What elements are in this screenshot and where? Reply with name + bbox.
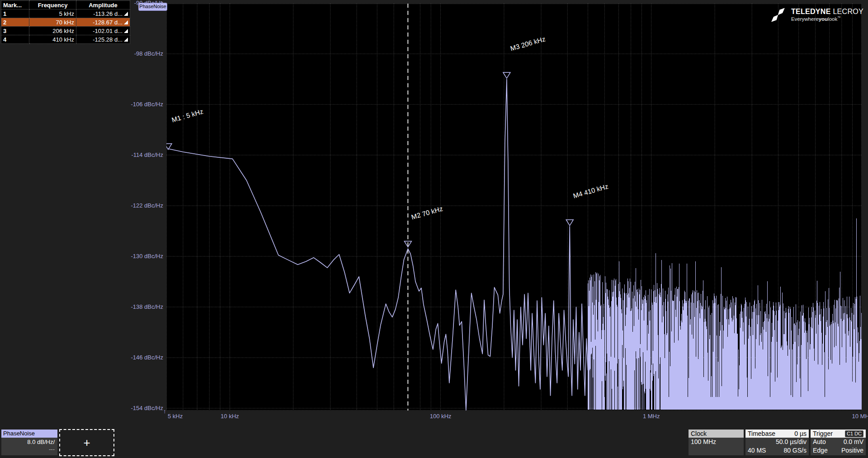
clip-indicator-bottom-icon: ↑ bbox=[163, 408, 166, 414]
marker-frequency[interactable]: 206 kHz bbox=[29, 27, 76, 35]
timebase-per-div: 50.0 µs/div bbox=[776, 438, 807, 446]
x-axis-label: 5 kHz bbox=[168, 413, 183, 420]
teledyne-lecroy-logo: TELEDYNE LECROY Everywhereyoulook™ bbox=[769, 5, 863, 25]
marker-number[interactable]: 2 bbox=[1, 18, 29, 27]
clock-status-box[interactable]: Clock 100 MHz bbox=[689, 430, 744, 455]
plus-icon: + bbox=[83, 436, 90, 450]
y-axis-label: -122 dBc/Hz bbox=[0, 202, 163, 210]
expand-corner-icon bbox=[124, 12, 128, 16]
expand-corner-icon bbox=[124, 29, 128, 33]
trademark: ™ bbox=[837, 16, 840, 19]
tagline-pre: Everywhere bbox=[791, 16, 819, 22]
tab-phasenoise[interactable]: PhaseNoise bbox=[138, 3, 167, 11]
y-axis-label: -114 dBc/Hz bbox=[0, 151, 163, 159]
marker-number[interactable]: 1 bbox=[1, 9, 29, 18]
trace-descriptor-title[interactable]: PhaseNoise bbox=[1, 430, 57, 438]
tagline-post: look bbox=[828, 16, 837, 22]
timebase-samplerate: 80 GS/s bbox=[783, 446, 807, 455]
trigger-source-badge: C1 DC bbox=[845, 430, 863, 437]
table-row[interactable]: 1 5 kHz -113.26 d... bbox=[1, 9, 130, 18]
y-axis-label: -146 dBc/Hz bbox=[0, 354, 163, 362]
y-axis-label: -106 dBc/Hz bbox=[0, 100, 163, 109]
trigger-mode: Auto bbox=[813, 438, 826, 446]
y-axis-label: -130 dBc/Hz bbox=[0, 252, 163, 260]
y-axis-label: -138 dBc/Hz bbox=[0, 303, 163, 311]
phase-noise-trace bbox=[168, 79, 588, 410]
brand-teledyne: TELEDYNE bbox=[791, 8, 831, 15]
add-trace-button[interactable]: + bbox=[59, 429, 114, 456]
table-row[interactable]: 3 206 kHz -102.01 d... bbox=[1, 27, 130, 35]
clock-frequency: 100 MHz bbox=[691, 438, 716, 446]
marker-amplitude: -102.01 d... bbox=[93, 28, 123, 34]
table-row[interactable]: 4 410 kHz -125.28 d... bbox=[1, 35, 130, 44]
timebase-status-box[interactable]: Timebase 0 µs 50.0 µs/div 40 MS80 GS/s bbox=[745, 430, 809, 455]
table-row[interactable]: 2 70 kHz -128.67 d... bbox=[1, 18, 130, 27]
clock-title: Clock bbox=[691, 430, 707, 438]
marker-amplitude: -113.26 d... bbox=[93, 10, 123, 17]
trace-descriptor-phasenoise[interactable]: PhaseNoise 8.0 dB/Hz/ --- bbox=[1, 430, 57, 455]
x-axis-label: 1 MHz bbox=[643, 413, 660, 420]
noise-floor-trace bbox=[588, 218, 862, 410]
lecroy-star-icon bbox=[769, 5, 788, 25]
y-axis-label: -98 dBc/Hz bbox=[0, 50, 163, 58]
marker-amplitude: -128.67 d... bbox=[93, 19, 123, 26]
y-axis-label: -154 dBc/Hz bbox=[0, 404, 163, 412]
marker-triangle-M1[interactable] bbox=[166, 144, 172, 150]
trace-offset: --- bbox=[1, 445, 57, 453]
timebase-delay: 0 µs bbox=[794, 430, 807, 438]
trigger-level: 0.0 mV bbox=[844, 438, 863, 446]
brand-lecroy: LECROY bbox=[831, 8, 863, 15]
marker-triangle-M3[interactable] bbox=[503, 72, 510, 78]
phase-noise-plot[interactable]: M1 : 5 kHzM2 70 kHzM3 206 kHzM4 410 kHz bbox=[166, 4, 862, 411]
timebase-title: Timebase bbox=[748, 430, 775, 438]
expand-corner-icon bbox=[124, 20, 128, 24]
trace-scale: 8.0 dB/Hz/ bbox=[1, 438, 57, 445]
trigger-type: Edge bbox=[813, 446, 828, 455]
marker-frequency[interactable]: 410 kHz bbox=[29, 35, 76, 44]
trigger-status-box[interactable]: Trigger C1 DC Auto0.0 mV EdgePositive bbox=[811, 430, 866, 455]
marker-triangle-M4[interactable] bbox=[566, 220, 573, 226]
timebase-samples: 40 MS bbox=[748, 446, 766, 455]
marker-amplitude: -125.28 d... bbox=[93, 36, 123, 43]
marker-frequency[interactable]: 70 kHz bbox=[29, 18, 76, 27]
x-axis-label: 10 MHz bbox=[852, 413, 868, 420]
trigger-title: Trigger bbox=[813, 430, 833, 438]
trigger-slope: Positive bbox=[841, 446, 863, 455]
marker-number[interactable]: 4 bbox=[1, 35, 29, 44]
x-axis-label: 10 kHz bbox=[221, 413, 239, 420]
plot-canvas bbox=[166, 4, 862, 411]
expand-corner-icon bbox=[124, 38, 128, 42]
tagline-you: you bbox=[819, 16, 828, 22]
marker-frequency[interactable]: 5 kHz bbox=[29, 9, 76, 18]
marker-number[interactable]: 3 bbox=[1, 27, 29, 35]
x-axis-label: 100 kHz bbox=[430, 413, 452, 420]
